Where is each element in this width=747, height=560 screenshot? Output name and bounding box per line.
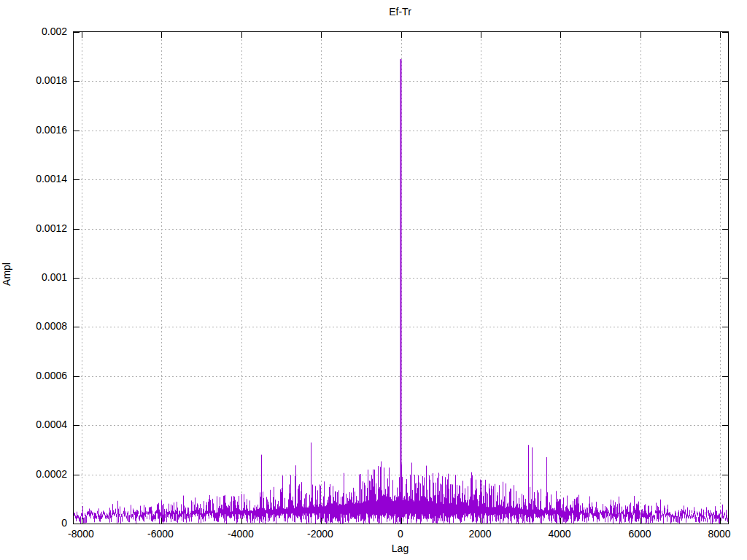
y-tick-label: 0.0016 <box>0 124 67 136</box>
x-tick-mark <box>720 32 721 38</box>
x-tick-label: -2000 <box>287 528 353 540</box>
x-tick-mark <box>481 518 481 524</box>
y-tick-mark <box>722 131 728 131</box>
y-tick-mark <box>722 327 728 327</box>
y-tick-mark <box>722 524 728 524</box>
chart-title: Ef-Tr <box>73 6 727 18</box>
x-tick-mark <box>241 518 242 524</box>
x-tick-mark <box>720 518 721 524</box>
x-tick-mark <box>481 32 481 38</box>
y-tick-mark <box>722 81 728 82</box>
y-tick-mark <box>74 32 80 33</box>
x-tick-mark <box>321 32 322 38</box>
y-tick-label: 0.002 <box>0 26 67 37</box>
x-tick-mark <box>401 32 402 38</box>
x-tick-mark <box>640 518 641 524</box>
y-tick-mark <box>74 81 80 82</box>
y-tick-label: 0.001 <box>0 271 67 283</box>
y-tick-mark <box>74 278 80 279</box>
y-tick-mark <box>722 376 728 377</box>
y-tick-mark <box>722 32 728 33</box>
y-tick-label: 0 <box>0 517 67 529</box>
y-tick-mark <box>722 278 728 279</box>
x-tick-mark <box>241 32 242 38</box>
y-tick-label: 0.0004 <box>0 419 67 430</box>
y-tick-label: 0.0008 <box>0 320 67 332</box>
x-tick-mark <box>560 32 561 38</box>
x-tick-mark <box>161 518 162 524</box>
x-tick-label: 8000 <box>686 528 747 540</box>
y-tick-mark <box>722 475 728 475</box>
y-tick-mark <box>74 131 80 131</box>
x-tick-label: -4000 <box>208 528 274 540</box>
x-tick-mark <box>161 32 162 38</box>
x-tick-label: 4000 <box>527 528 592 540</box>
y-tick-mark <box>74 327 80 327</box>
y-tick-label: 0.0014 <box>0 173 67 184</box>
plot-area <box>73 31 729 524</box>
x-tick-label: -6000 <box>128 528 193 540</box>
x-tick-mark <box>82 32 82 38</box>
x-tick-mark <box>82 518 82 524</box>
y-tick-label: 0.0012 <box>0 222 67 234</box>
x-tick-mark <box>401 518 402 524</box>
x-tick-label: 0 <box>368 528 433 540</box>
x-tick-label: -8000 <box>48 528 114 540</box>
y-tick-mark <box>722 179 728 180</box>
chart-window: Ef-Tr Ampl Lag -8000-6000-4000-200002000… <box>0 0 747 560</box>
y-tick-mark <box>74 425 80 426</box>
x-tick-mark <box>640 32 641 38</box>
y-tick-mark <box>74 229 80 230</box>
tick-layer <box>74 32 728 524</box>
y-tick-mark <box>722 229 728 230</box>
x-tick-label: 6000 <box>607 528 673 540</box>
y-tick-mark <box>74 179 80 180</box>
x-axis-label: Lag <box>73 542 727 554</box>
y-tick-label: 0.0002 <box>0 468 67 480</box>
y-tick-label: 0.0018 <box>0 74 67 86</box>
y-tick-mark <box>722 425 728 426</box>
y-tick-label: 0.0006 <box>0 370 67 381</box>
y-tick-mark <box>74 376 80 377</box>
x-tick-mark <box>560 518 561 524</box>
y-tick-mark <box>74 524 80 524</box>
y-tick-mark <box>74 475 80 475</box>
x-tick-label: 2000 <box>447 528 513 540</box>
x-tick-mark <box>321 518 322 524</box>
